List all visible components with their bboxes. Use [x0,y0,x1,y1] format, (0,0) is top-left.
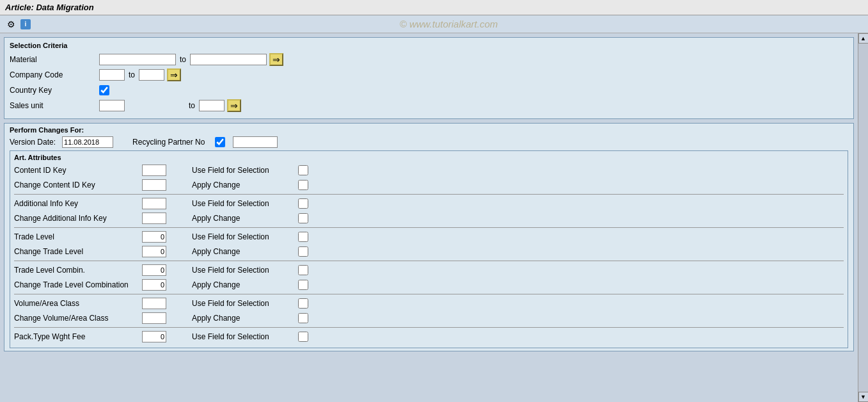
volume-area-class-input[interactable] [142,298,166,309]
apply-change-checkbox-3[interactable] [298,280,308,290]
recycling-partner-checkbox[interactable] [215,137,225,147]
use-field-selection-checkbox-3[interactable] [298,265,308,275]
attr-row-6: Trade Level Combin. Use Field for Select… [14,264,844,277]
sales-unit-arrow-button[interactable]: ⇒ [227,99,241,112]
use-field-selection-checkbox-1[interactable] [298,198,308,209]
perform-changes-title: Perform Changes For: [10,126,848,134]
info-icon[interactable]: i [20,19,31,29]
material-row: Material to ⇒ [10,53,848,66]
trade-level-combin-label: Trade Level Combin. [14,266,142,275]
attr-row-0: Content ID Key Use Field for Selection [14,164,844,177]
change-content-id-key-label: Change Content ID Key [14,181,142,189]
change-additional-info-key-input[interactable] [142,213,166,224]
separator-1 [14,194,844,195]
use-field-selection-checkbox-5[interactable] [298,332,308,342]
scroll-down-button[interactable]: ▼ [858,392,869,402]
trade-level-input[interactable] [142,231,166,243]
country-key-checkbox[interactable] [99,85,109,95]
attr-row-2: Additional Info Key Use Field for Select… [14,197,844,210]
recycling-partner-label: Recycling Partner No [132,138,205,147]
company-code-arrow-button[interactable]: ⇒ [167,68,181,81]
change-content-id-key-input[interactable] [142,179,166,191]
change-trade-level-combination-input[interactable] [142,279,166,291]
company-code-to-input[interactable] [139,69,164,81]
use-field-selection-label-2: Use Field for Selection [192,232,294,241]
scroll-track [858,44,868,392]
material-label: Material [10,55,99,64]
company-code-row: Company Code to ⇒ [10,68,848,81]
toolbar: ⚙ i © www.tutorialkart.com [0,15,868,33]
attr-row-10: Pack.Type Wght Fee Use Field for Selecti… [14,330,844,343]
sales-unit-label: Sales unit [10,101,99,110]
content-id-key-input[interactable] [142,165,166,176]
separator-3 [14,261,844,261]
apply-change-label-0: Apply Change [192,181,294,189]
selection-criteria-section: Selection Criteria Material to ⇒ Company… [4,37,854,119]
attr-row-4: Trade Level Use Field for Selection [14,230,844,243]
company-to-label: to [129,70,135,79]
change-volume-area-class-label: Change Volume/Area Class [14,314,142,323]
material-arrow-button[interactable]: ⇒ [269,53,283,66]
use-field-selection-label-0: Use Field for Selection [192,166,294,175]
content-id-key-label: Content ID Key [14,166,142,175]
attr-row-1: Change Content ID Key Apply Change [14,179,844,191]
country-key-row: Country Key [10,84,848,97]
attr-row-5: Change Trade Level Apply Change [14,245,844,258]
settings-icon[interactable]: ⚙ [5,19,17,30]
title-bar: Article: Data Migration [0,0,868,15]
apply-change-label-4: Apply Change [192,314,294,323]
separator-2 [14,227,844,228]
material-to-label: to [180,55,186,64]
art-attributes-box: Art. Attributes Content ID Key Use Field… [10,150,848,348]
trade-level-label: Trade Level [14,232,142,241]
apply-change-label-2: Apply Change [192,247,294,256]
use-field-selection-checkbox-4[interactable] [298,298,308,309]
selection-criteria-title: Selection Criteria [10,42,848,49]
recycling-partner-input[interactable] [233,136,278,148]
change-trade-level-input[interactable] [142,246,166,257]
material-to-input[interactable] [190,54,267,65]
change-additional-info-key-label: Change Additional Info Key [14,214,142,223]
company-code-label: Company Code [10,70,99,79]
company-code-from-input[interactable] [99,69,125,81]
sales-unit-to-label: to [189,101,195,110]
version-date-label: Version Date: [10,138,56,147]
attr-row-8: Volume/Area Class Use Field for Selectio… [14,297,844,310]
change-volume-area-class-input[interactable] [142,312,166,324]
change-trade-level-combination-label: Change Trade Level Combination [14,280,142,289]
change-trade-level-label: Change Trade Level [14,247,142,256]
sales-unit-from-input[interactable] [99,100,125,111]
page-title: Article: Data Migration [5,3,94,12]
watermark: © www.tutorialkart.com [35,19,863,29]
volume-area-class-label: Volume/Area Class [14,299,142,308]
sales-unit-row: Sales unit to ⇒ [10,99,848,112]
apply-change-label-3: Apply Change [192,280,294,289]
trade-level-combin-input[interactable] [142,264,166,276]
scroll-up-button[interactable]: ▲ [858,33,869,44]
pack-type-wght-fee-input[interactable] [142,331,166,342]
attr-row-7: Change Trade Level Combination Apply Cha… [14,278,844,291]
use-field-selection-label-3: Use Field for Selection [192,266,294,275]
apply-change-checkbox-1[interactable] [298,213,308,223]
use-field-selection-label-4: Use Field for Selection [192,299,294,308]
additional-info-key-input[interactable] [142,198,166,209]
perform-changes-row: Version Date: Recycling Partner No [10,136,848,148]
sales-unit-to-input[interactable] [199,100,225,111]
apply-change-checkbox-2[interactable] [298,246,308,257]
attr-row-3: Change Additional Info Key Apply Change [14,212,844,225]
apply-change-checkbox-4[interactable] [298,313,308,323]
use-field-selection-checkbox-2[interactable] [298,232,308,242]
separator-5 [14,327,844,328]
apply-change-label-1: Apply Change [192,214,294,223]
use-field-selection-checkbox-0[interactable] [298,165,308,175]
additional-info-key-label: Additional Info Key [14,199,142,208]
apply-change-checkbox-0[interactable] [298,180,308,190]
version-date-input[interactable] [62,136,113,148]
separator-4 [14,294,844,294]
use-field-selection-label-5: Use Field for Selection [192,332,294,341]
scrollbar[interactable]: ▲ ▼ [858,33,868,402]
perform-changes-section: Perform Changes For: Version Date: Recyc… [4,123,854,351]
art-attributes-title: Art. Attributes [14,154,844,161]
material-from-input[interactable] [99,54,176,65]
use-field-selection-label-1: Use Field for Selection [192,199,294,208]
